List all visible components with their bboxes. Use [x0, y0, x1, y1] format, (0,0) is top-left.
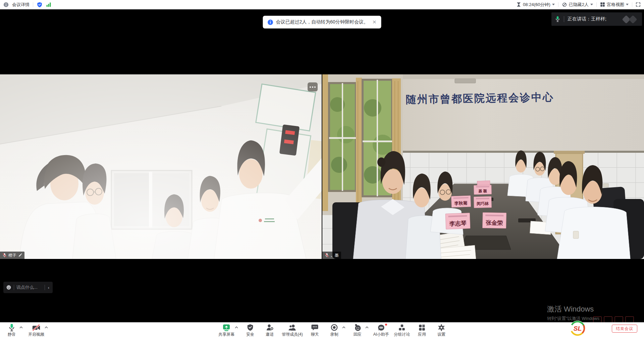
video-tile-left[interactable]: 橙子: [0, 74, 322, 259]
dot: [312, 86, 313, 88]
end-meeting-button[interactable]: 结束会议: [612, 325, 637, 333]
chevron-up-icon[interactable]: [19, 326, 23, 329]
svg-text:聂 颖: 聂 颖: [478, 189, 487, 193]
svg-text:SL: SL: [574, 325, 582, 332]
divider: [558, 2, 558, 7]
divider: [14, 285, 14, 290]
speaking-names: 王样样;: [591, 16, 606, 21]
quick-chat-bar: 说点什么... ‹: [3, 282, 53, 293]
chat-label: 聊天: [311, 332, 319, 337]
timer-label: 08:24(60分钟): [523, 2, 550, 8]
chevron-up-icon[interactable]: [365, 326, 369, 329]
meeting-timer[interactable]: 08:24(60分钟): [516, 2, 555, 8]
ai-assistant-icon: [377, 324, 385, 332]
members-icon: [288, 324, 296, 332]
dot: [310, 86, 311, 88]
divider: [33, 2, 33, 7]
chevron-down-icon: [552, 4, 555, 5]
divider: [596, 2, 597, 7]
name-card: 闵巧林: [474, 197, 492, 208]
record-label: 录制: [330, 332, 338, 337]
more-options-button[interactable]: [308, 82, 318, 91]
hidden-count-label: 已隐藏2人: [569, 2, 589, 8]
dot: [314, 86, 316, 88]
record-button[interactable]: 录制: [326, 323, 346, 337]
microphone-muted-icon: [2, 253, 7, 258]
apps-grid-icon: [418, 324, 426, 332]
hourglass-icon: [516, 2, 521, 7]
chevron-up-icon[interactable]: [342, 326, 345, 329]
svg-text:闵巧林: 闵巧林: [477, 201, 489, 206]
invite-person-icon: [266, 324, 274, 332]
breakout-rooms-icon: [398, 324, 406, 332]
collapse-chevron-icon[interactable]: ‹: [47, 285, 50, 290]
right-video-scene: 随州市曾都医院远程会诊中心: [322, 74, 644, 259]
mute-label: 静音: [8, 332, 16, 337]
breakout-rooms-label: 分组讨论: [394, 332, 410, 337]
share-screen-label: 共享屏幕: [218, 332, 234, 337]
chat-button[interactable]: 聊天: [307, 323, 323, 337]
meeting-app-logo-watermark: [621, 14, 640, 24]
security-button[interactable]: 安全: [242, 323, 259, 337]
sl-logo: SL: [570, 320, 586, 336]
ai-assistant-button[interactable]: AI小助手: [372, 323, 390, 337]
meeting-details-label[interactable]: 会议详情: [12, 2, 30, 8]
participant-nametag-left: 橙子: [0, 252, 24, 259]
react-button[interactable]: 回应: [349, 323, 370, 337]
settings-gear-icon: [438, 324, 445, 332]
invite-label: 邀请: [266, 332, 274, 337]
share-screen-icon: [222, 324, 230, 332]
info-icon[interactable]: [3, 2, 9, 7]
react-label: 回应: [354, 332, 362, 337]
close-icon[interactable]: ✕: [372, 19, 377, 25]
share-screen-button[interactable]: 共享屏幕: [217, 323, 239, 337]
chevron-up-icon[interactable]: [45, 326, 48, 329]
edit-pencil-icon[interactable]: [18, 253, 22, 257]
microphone-icon: [8, 324, 15, 332]
manage-members-button[interactable]: 管理成员(4): [281, 323, 304, 337]
grid-view-icon: [600, 2, 605, 7]
network-signal-icon[interactable]: [46, 2, 51, 7]
settings-button[interactable]: 设置: [433, 323, 450, 337]
windows: [322, 74, 403, 215]
hidden-participants[interactable]: 已隐藏2人: [562, 2, 593, 8]
mute-button[interactable]: 静音: [3, 323, 24, 337]
chevron-up-icon[interactable]: [235, 326, 238, 329]
microphone-muted-icon: [325, 253, 329, 258]
participant-nametag-right: 。墨: [322, 252, 341, 259]
eye-off-icon: [562, 2, 567, 7]
chevron-down-icon: [590, 4, 593, 5]
participant-name: 橙子: [8, 253, 16, 258]
emoji-icon[interactable]: [6, 285, 11, 290]
divider: [632, 2, 632, 7]
apps-button[interactable]: 应用: [414, 323, 430, 337]
start-video-button[interactable]: 开启视频: [27, 323, 49, 337]
svg-text:张金荣: 张金荣: [486, 220, 503, 226]
security-label: 安全: [246, 332, 254, 337]
layout-mode-label: 宫格视图: [607, 2, 624, 8]
video-tile-right[interactable]: 随州市曾都医院远程会诊中心: [322, 74, 644, 259]
breakout-rooms-button[interactable]: 分组讨论: [393, 323, 411, 337]
left-video-scene: [0, 74, 322, 259]
settings-label: 设置: [437, 332, 445, 337]
chat-bubble-icon: [311, 324, 319, 332]
name-card: 李秋菊: [451, 196, 471, 207]
manage-members-label: 管理成员(4): [282, 332, 303, 337]
layout-switcher[interactable]: 宫格视图: [600, 2, 629, 8]
banner-message: 会议已超过2人，自动转为60分钟限时会议。: [276, 19, 368, 25]
apps-label: 应用: [418, 332, 426, 337]
security-shield-icon[interactable]: [37, 2, 43, 8]
speaking-prefix: 正在讲话：: [568, 16, 591, 21]
fullscreen-icon[interactable]: [636, 2, 641, 7]
invite-button[interactable]: 邀请: [261, 323, 278, 337]
watermark-line1: 激活 Windows: [547, 304, 599, 314]
shield-check-icon: [247, 324, 254, 332]
bottom-toolbar: 静音 开启视频 共享屏幕: [0, 322, 644, 337]
notification-badge: [385, 323, 387, 326]
name-card: 聂 颖: [474, 185, 491, 195]
windows-activation-watermark: 激活 Windows 转到“设置”以激活 Windows: [547, 304, 599, 322]
chevron-down-icon: [626, 4, 629, 5]
wall-socket: [603, 184, 608, 187]
meeting-window: 会议详情 08:24(60分钟) 已隐藏2人: [0, 0, 644, 337]
chat-input[interactable]: 说点什么...: [16, 284, 42, 290]
